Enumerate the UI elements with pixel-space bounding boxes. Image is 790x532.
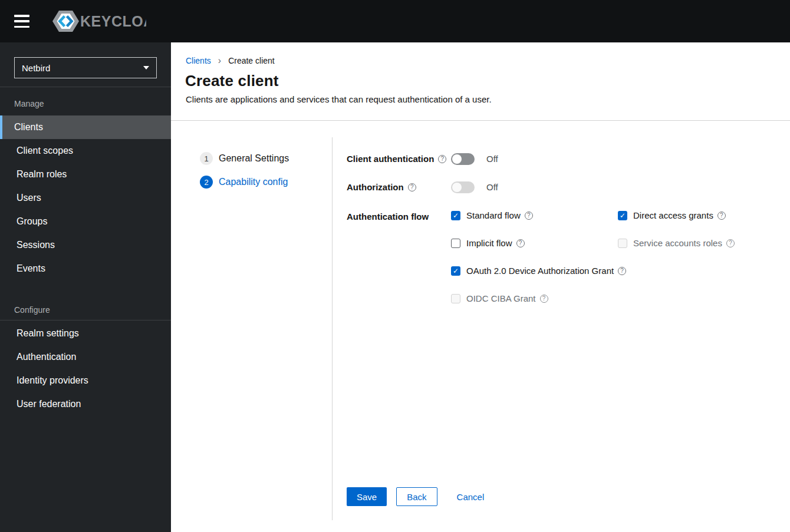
wizard-step-general-settings[interactable]: 1 General Settings (200, 152, 289, 165)
sidebar-item-sessions[interactable]: Sessions (0, 233, 171, 257)
sidebar-item-client-scopes[interactable]: Client scopes (0, 139, 171, 163)
sidebar-item-clients[interactable]: Clients (0, 115, 171, 139)
back-button[interactable]: Back (396, 487, 437, 506)
oidc-ciba-grant-checkbox (451, 294, 460, 303)
masthead: KEYCLOAK (0, 0, 790, 42)
capability-config-form: Client authentication Off Authorization … (347, 153, 783, 303)
sidebar-item-realm-roles[interactable]: Realm roles (0, 163, 171, 186)
service-accounts-roles-checkbox (618, 239, 627, 248)
help-icon[interactable] (438, 155, 446, 163)
help-icon[interactable] (516, 239, 525, 247)
sidebar-item-events[interactable]: Events (0, 257, 171, 280)
client-authentication-toggle[interactable] (451, 153, 475, 165)
realm-selector-value: Netbird (22, 63, 50, 73)
form-row-authorization: Authorization Off (347, 181, 783, 193)
breadcrumb-separator-icon (218, 55, 221, 66)
wizard-step-capability-config[interactable]: 2 Capability config (200, 176, 289, 189)
sidebar-item-users[interactable]: Users (0, 186, 171, 210)
authorization-state: Off (486, 181, 498, 193)
help-icon[interactable] (717, 212, 726, 220)
form-row-client-authentication: Client authentication Off (347, 153, 783, 165)
form-row-authentication-flow: Authentication flow Standard flow Implic… (347, 210, 783, 303)
step-number-badge: 2 (200, 176, 213, 189)
sidebar-item-groups[interactable]: Groups (0, 210, 171, 233)
brand-text: KEYCLOAK (80, 13, 146, 29)
step-label: Capability config (219, 177, 288, 187)
breadcrumb: Clients Create client (186, 55, 275, 66)
nav-section-manage: Manage (14, 99, 44, 108)
client-authentication-state: Off (486, 153, 498, 165)
authorization-toggle (451, 181, 475, 193)
sidebar-divider (0, 87, 171, 87)
option-implicit-flow: Implicit flow (451, 238, 618, 248)
sidebar-item-realm-settings[interactable]: Realm settings (0, 322, 171, 345)
wizard-divider (332, 137, 333, 520)
wizard-step-nav: 1 General Settings 2 Capability config (200, 152, 289, 199)
option-direct-access-grants: Direct access grants (618, 210, 735, 220)
nav-section-configure: Configure (14, 305, 50, 315)
realm-selector[interactable]: Netbird (14, 57, 157, 78)
keycloak-logo: KEYCLOAK (52, 9, 146, 33)
main-content: Clients Create client Create client Clie… (171, 42, 790, 532)
toggle-knob (452, 154, 462, 164)
cancel-button[interactable]: Cancel (457, 487, 485, 506)
keycloak-hexagon-icon: KEYCLOAK (52, 9, 146, 33)
sidebar-item-authentication[interactable]: Authentication (0, 345, 171, 369)
help-icon[interactable] (726, 239, 735, 247)
sidebar-item-user-federation[interactable]: User federation (0, 392, 171, 416)
breadcrumb-link-clients[interactable]: Clients (186, 56, 211, 65)
help-icon[interactable] (525, 212, 533, 220)
option-oidc-ciba-grant: OIDC CIBA Grant (451, 293, 618, 303)
authentication-flow-options: Standard flow Implicit flow OAuth 2.0 De… (451, 210, 735, 303)
authentication-flow-label: Authentication flow (347, 210, 451, 223)
option-oauth-device-grant: OAuth 2.0 Device Authorization Grant (451, 266, 618, 276)
direct-access-grants-checkbox[interactable] (618, 211, 627, 220)
sidebar-divider (0, 320, 171, 320)
option-service-accounts-roles: Service accounts roles (618, 238, 735, 248)
breadcrumb-current: Create client (228, 56, 275, 65)
standard-flow-checkbox[interactable] (451, 211, 460, 220)
chevron-down-icon (143, 66, 149, 70)
page-header: Clients Create client Create client Clie… (171, 42, 790, 121)
help-icon[interactable] (408, 183, 416, 191)
toggle-knob (452, 183, 462, 192)
client-authentication-label: Client authentication (347, 153, 451, 165)
nav-toggle-hamburger-icon[interactable] (14, 15, 29, 28)
help-icon[interactable] (540, 295, 548, 303)
option-standard-flow: Standard flow (451, 210, 618, 220)
implicit-flow-checkbox[interactable] (451, 239, 460, 248)
page-title: Create client (185, 72, 279, 90)
oauth-device-grant-checkbox[interactable] (451, 266, 460, 276)
step-number-badge: 1 (200, 152, 213, 165)
sidebar-item-identity-providers[interactable]: Identity providers (0, 369, 171, 392)
sidebar: Netbird Manage Clients Client scopes Rea… (0, 42, 171, 532)
authorization-label: Authorization (347, 181, 451, 193)
step-label: General Settings (219, 153, 289, 164)
page-description: Clients are applications and services th… (186, 94, 492, 104)
wizard-content: 1 General Settings 2 Capability config C… (171, 121, 790, 532)
form-actions: Save Back Cancel (347, 487, 484, 506)
save-button[interactable]: Save (347, 487, 387, 506)
